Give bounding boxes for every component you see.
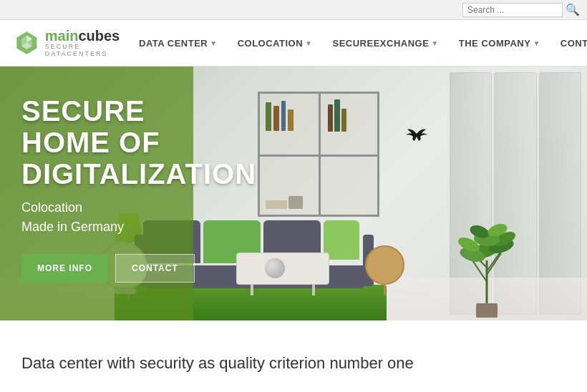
side-table: [365, 245, 404, 295]
top-bar: 🔍: [0, 0, 587, 20]
nav-item-secureexchange[interactable]: SECUREEXCHANGE ▼: [323, 38, 449, 49]
hero-buttons: MORE INFO CONTACT: [21, 254, 256, 283]
logo-sub-text: SECURE DATACENTERS: [45, 44, 129, 58]
nav-item-the-company[interactable]: THE COMPANY ▼: [449, 38, 550, 49]
search-icon-button[interactable]: 🔍: [566, 4, 580, 16]
bottom-title: Data center with security as quality cri…: [21, 354, 414, 373]
svg-line-6: [472, 260, 487, 282]
hero-subtitle: Colocation Made in Germany: [21, 198, 256, 237]
hero-title: SECURE HOME OF DIGITALIZATION: [21, 95, 256, 190]
bird-silhouette: [404, 124, 430, 147]
hero-section: SECURE HOME OF DIGITALIZATION Colocation…: [0, 67, 587, 320]
chevron-down-icon: ▼: [305, 39, 312, 47]
logo-icon: [14, 28, 39, 58]
logo-main-text: mainmaincubescubes: [45, 28, 129, 44]
search-bar: 🔍: [462, 3, 580, 17]
nav-item-colocation[interactable]: COLOCATION ▼: [228, 38, 323, 49]
chevron-down-icon: ▼: [210, 39, 217, 47]
site-header: mainmaincubescubes SECURE DATACENTERS DA…: [0, 20, 587, 67]
search-input[interactable]: [462, 3, 563, 17]
chevron-down-icon: ▼: [533, 39, 540, 47]
bookshelf: [258, 92, 379, 217]
chevron-down-icon: ▼: [431, 39, 438, 47]
main-nav: DATA CENTER ▼ COLOCATION ▼ SECUREEXCHANG…: [129, 38, 587, 49]
more-info-button[interactable]: MORE INFO: [21, 254, 108, 283]
contact-button[interactable]: CONTACT: [115, 254, 195, 283]
plant: [458, 217, 515, 320]
bottom-section: Data center with security as quality cri…: [0, 320, 587, 392]
nav-item-contact[interactable]: CONTACT: [550, 38, 587, 49]
logo-area[interactable]: mainmaincubescubes SECURE DATACENTERS: [14, 28, 129, 58]
nav-item-data-center[interactable]: DATA CENTER ▼: [129, 38, 228, 49]
logo-text: mainmaincubescubes SECURE DATACENTERS: [45, 28, 129, 58]
svg-rect-4: [476, 303, 498, 318]
hero-content: SECURE HOME OF DIGITALIZATION Colocation…: [21, 95, 256, 283]
